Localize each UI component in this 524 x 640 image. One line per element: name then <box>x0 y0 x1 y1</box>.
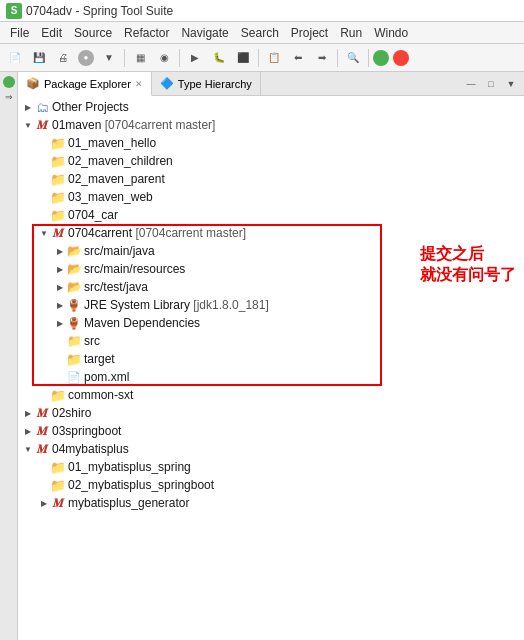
tab-package-explorer-x[interactable]: ✕ <box>135 79 143 89</box>
icon-01maven: 𝑴 <box>34 117 50 133</box>
menu-window[interactable]: Windo <box>368 24 414 42</box>
icon-src-folder: 📁 <box>66 333 82 349</box>
tree-item-maven-dep[interactable]: ▶🏺Maven Dependencies <box>18 314 524 332</box>
tree-item-02shiro[interactable]: ▶𝑴02shiro <box>18 404 524 422</box>
tree-item-src-folder[interactable]: 📁src <box>18 332 524 350</box>
arrow-src-main-resources[interactable]: ▶ <box>54 263 66 275</box>
tree-item-pom-xml[interactable]: 📄pom.xml <box>18 368 524 386</box>
menu-edit[interactable]: Edit <box>35 24 68 42</box>
tree-item-04mybatisplus[interactable]: ▼𝑴04mybatisplus <box>18 440 524 458</box>
tree-item-mybatisplus-gen[interactable]: ▶𝑴mybatisplus_generator <box>18 494 524 512</box>
toolbar-debug[interactable]: 🐛 <box>208 47 230 69</box>
arrow-jre-lib[interactable]: ▶ <box>54 299 66 311</box>
tree-item-src-main-resources[interactable]: ▶📂src/main/resources <box>18 260 524 278</box>
icon-other-projects: 🗂 <box>34 99 50 115</box>
label-src-test-java: src/test/java <box>84 280 148 294</box>
toolbar-nav1[interactable]: ⬅ <box>287 47 309 69</box>
label-extra-0704carrent: [0704carrent master] <box>132 226 246 240</box>
arrow-other-projects[interactable]: ▶ <box>22 101 34 113</box>
main-area: ⇒ 📦 Package Explorer ✕ 🔷 Type Hierarchy … <box>0 72 524 640</box>
toolbar-sep-1 <box>124 49 125 67</box>
menu-refactor[interactable]: Refactor <box>118 24 175 42</box>
tree-item-02maven-children[interactable]: 📁02_maven_children <box>18 152 524 170</box>
menu-run[interactable]: Run <box>334 24 368 42</box>
label-src-main-resources: src/main/resources <box>84 262 185 276</box>
left-strip-green <box>3 76 15 88</box>
toolbar-green-btn[interactable] <box>373 50 389 66</box>
tree-item-src-main-java[interactable]: ▶📂src/main/java <box>18 242 524 260</box>
tree-item-0704car[interactable]: 📁0704_car <box>18 206 524 224</box>
tree-item-01maven-hello[interactable]: 📁01_maven_hello <box>18 134 524 152</box>
icon-02maven-children: 📁 <box>50 153 66 169</box>
arrow-src-test-java[interactable]: ▶ <box>54 281 66 293</box>
tab-bar: 📦 Package Explorer ✕ 🔷 Type Hierarchy — … <box>18 72 524 96</box>
tree-item-02mybatisplus-springboot[interactable]: 📁02_mybatisplus_springboot <box>18 476 524 494</box>
label-jre-lib: JRE System Library [jdk1.8.0_181] <box>84 298 269 312</box>
arrow-04mybatisplus[interactable]: ▼ <box>22 443 34 455</box>
tree-item-common-sxt[interactable]: 📁common-sxt <box>18 386 524 404</box>
tree-item-01mybatisplus-spring[interactable]: 📁01_mybatisplus_spring <box>18 458 524 476</box>
tree-item-01maven[interactable]: ▼𝑴01maven [0704carrent master] <box>18 116 524 134</box>
toolbar-arrow[interactable]: ▼ <box>98 47 120 69</box>
label-src-main-java: src/main/java <box>84 244 155 258</box>
icon-src-main-resources: 📂 <box>66 261 82 277</box>
label-02maven-parent: 02_maven_parent <box>68 172 165 186</box>
tree-item-03springboot[interactable]: ▶𝑴03springboot <box>18 422 524 440</box>
menu-navigate[interactable]: Navigate <box>175 24 234 42</box>
toolbar-nav2[interactable]: ➡ <box>311 47 333 69</box>
menu-project[interactable]: Project <box>285 24 334 42</box>
tree-item-other-projects[interactable]: ▶🗂Other Projects <box>18 98 524 116</box>
icon-mybatisplus-gen: 𝑴 <box>50 495 66 511</box>
icon-target-folder: 📁 <box>66 351 82 367</box>
menu-search[interactable]: Search <box>235 24 285 42</box>
tree-item-src-test-java[interactable]: ▶📂src/test/java <box>18 278 524 296</box>
toolbar-print[interactable]: 🖨 <box>52 47 74 69</box>
arrow-01maven[interactable]: ▼ <box>22 119 34 131</box>
toolbar-save[interactable]: 💾 <box>28 47 50 69</box>
arrow-src-main-java[interactable]: ▶ <box>54 245 66 257</box>
arrow-02shiro[interactable]: ▶ <box>22 407 34 419</box>
tab-action-minimize[interactable]: — <box>462 75 480 93</box>
tab-package-explorer[interactable]: 📦 Package Explorer ✕ <box>18 72 152 96</box>
arrow-mybatisplus-gen[interactable]: ▶ <box>38 497 50 509</box>
tab-action-maximize[interactable]: □ <box>482 75 500 93</box>
icon-03springboot: 𝑴 <box>34 423 50 439</box>
toolbar-profile-btn[interactable]: ● <box>78 50 94 66</box>
tree-item-03maven-web[interactable]: 📁03_maven_web <box>18 188 524 206</box>
tree-item-02maven-parent[interactable]: 📁02_maven_parent <box>18 170 524 188</box>
label-01mybatisplus-spring: 01_mybatisplus_spring <box>68 460 191 474</box>
icon-0704carrent: 𝑴 <box>50 225 66 241</box>
tree-item-target-folder[interactable]: 📁target <box>18 350 524 368</box>
icon-04mybatisplus: 𝑴 <box>34 441 50 457</box>
toolbar-sep-3 <box>258 49 259 67</box>
label-02mybatisplus-springboot: 02_mybatisplus_springboot <box>68 478 214 492</box>
app-icon: S <box>6 3 22 19</box>
label-extra-01maven: [0704carrent master] <box>101 118 215 132</box>
toolbar-red-btn[interactable] <box>393 50 409 66</box>
left-strip-collapse[interactable]: ⇒ <box>2 92 16 106</box>
label-other-projects: Other Projects <box>52 100 129 114</box>
toolbar-task[interactable]: 📋 <box>263 47 285 69</box>
icon-src-test-java: 📂 <box>66 279 82 295</box>
toolbar-new[interactable]: 📄 <box>4 47 26 69</box>
arrow-0704carrent[interactable]: ▼ <box>38 227 50 239</box>
arrow-maven-dep[interactable]: ▶ <box>54 317 66 329</box>
tree-item-0704carrent[interactable]: ▼𝑴0704carrent [0704carrent master] <box>18 224 524 242</box>
toolbar-stop[interactable]: ⬛ <box>232 47 254 69</box>
icon-02mybatisplus-springboot: 📁 <box>50 477 66 493</box>
icon-0704car: 📁 <box>50 207 66 223</box>
toolbar-b1[interactable]: ▦ <box>129 47 151 69</box>
toolbar-sep-2 <box>179 49 180 67</box>
tab-type-hierarchy[interactable]: 🔷 Type Hierarchy <box>152 72 261 95</box>
tab-action-dropdown[interactable]: ▼ <box>502 75 520 93</box>
menu-source[interactable]: Source <box>68 24 118 42</box>
toolbar-sep-5 <box>368 49 369 67</box>
arrow-03springboot[interactable]: ▶ <box>22 425 34 437</box>
toolbar-run[interactable]: ▶ <box>184 47 206 69</box>
toolbar-search[interactable]: 🔍 <box>342 47 364 69</box>
tree-item-jre-lib[interactable]: ▶🏺JRE System Library [jdk1.8.0_181] <box>18 296 524 314</box>
label-target-folder: target <box>84 352 115 366</box>
toolbar-b2[interactable]: ◉ <box>153 47 175 69</box>
menu-file[interactable]: File <box>4 24 35 42</box>
label-common-sxt: common-sxt <box>68 388 133 402</box>
